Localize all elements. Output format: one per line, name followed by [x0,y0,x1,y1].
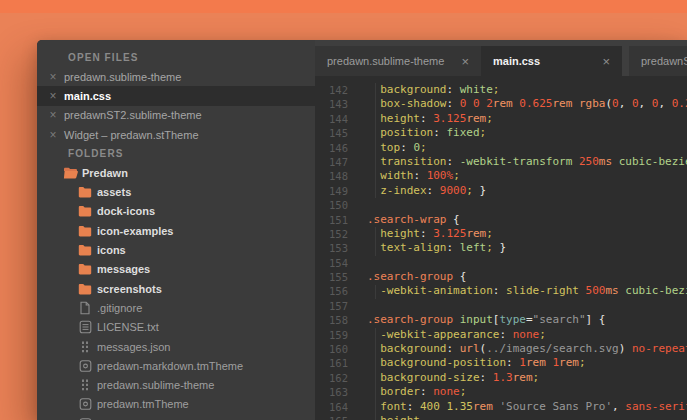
line-number: 165 [315,414,348,420]
tab-predawnST2.sublime-theme[interactable]: predawnST2.sublime-theme× [629,46,687,76]
line-number: 146 [315,141,348,155]
tree-item-label: LICENSE.txt [97,321,159,333]
code-line: 149 z-index: 9000; } [315,184,687,198]
tab-bar: predawn.sublime-theme×main.css×predawnST… [315,40,687,76]
code-line: 157 [315,299,687,313]
code-text: background-size: 1.3rem; [367,371,539,385]
open-file-label: main.css [64,90,111,102]
line-number: 158 [315,313,348,327]
code-text: z-index: 9000; } [367,184,486,198]
tree-item-label: predawn.tmTheme [97,398,189,410]
folder-tree: Predawnassetsdock-iconsicon-examplesicon… [37,163,315,420]
code-text: .search-group input[type="search"] { [367,313,605,327]
code-line: 152 height: 3.125rem; [315,227,687,241]
open-file-item[interactable]: ×main.css [37,86,315,105]
file-icon [77,300,93,316]
code-line: 161 background-position: 1rem 1rem; [315,356,687,370]
open-file-item[interactable]: ×Widget – predawn.stTheme [37,125,315,144]
tree-item-label: icons [97,244,126,256]
tab-main.css[interactable]: main.css× [481,46,622,76]
tab-label: predawnST2.sublime-theme [641,55,687,67]
indent-guide [375,227,376,256]
code-text: box-shadow: 0 0 2rem 0.625rem rgba(0, 0,… [367,97,687,111]
editor-pane: predawn.sublime-theme×main.css×predawnST… [315,40,687,420]
indent-guide [375,83,376,198]
folder-icon [77,223,93,239]
desktop-top-strip [0,0,687,13]
json-file-icon [77,339,93,355]
line-number: 149 [315,184,348,198]
code-text: background: white; [367,83,499,97]
code-line: 143 box-shadow: 0 0 2rem 0.625rem rgba(0… [315,97,687,111]
tree-item-predawn-markdown.tmTheme[interactable]: predawn-markdown.tmTheme [37,356,315,375]
sublime-window: OPEN FILES ×predawn.sublime-theme×main.c… [37,40,687,420]
plist-file-icon [77,416,93,420]
code-line: 153 text-align: left; } [315,241,687,255]
code-text: width: 100%; [367,169,460,183]
tree-item-label: dock-icons [97,205,155,217]
tree-item-assets[interactable]: assets [37,182,315,201]
tree-item-label: icon-examples [97,225,173,237]
tree-item[interactable] [37,414,315,420]
tree-item-icons[interactable]: icons [37,240,315,259]
code-line: 155.search-group { [315,270,687,284]
code-text: text-align: left; } [367,241,506,255]
code-line: 148 width: 100%; [315,169,687,183]
json-file-icon [77,377,93,393]
line-number: 143 [315,97,348,111]
tree-item-predawn.tmTheme[interactable]: predawn.tmTheme [37,395,315,414]
line-number: 147 [315,155,348,169]
line-number: 156 [315,284,348,298]
tree-item-messages[interactable]: messages [37,260,315,279]
line-number: 151 [315,213,348,227]
tab-predawn.sublime-theme[interactable]: predawn.sublime-theme× [315,46,481,76]
tree-item-label: messages.json [97,341,170,353]
code-line: 156 -webkit-animation: slide-right 500ms… [315,284,687,298]
sidebar: OPEN FILES ×predawn.sublime-theme×main.c… [37,40,315,420]
close-icon[interactable]: × [47,128,59,142]
code-editor[interactable]: 142 background: white;143 box-shadow: 0 … [315,76,687,420]
open-file-item[interactable]: ×predawn.sublime-theme [37,67,315,86]
open-file-item[interactable]: ×predawnST2.sublime-theme [37,106,315,125]
close-icon[interactable]: × [47,70,59,84]
code-line: 144 height: 3.125rem; [315,112,687,126]
tab-label: main.css [493,55,540,67]
tree-item-Predawn[interactable]: Predawn [37,163,315,182]
line-number: 163 [315,385,348,399]
line-number: 157 [315,299,348,313]
tree-item-label: predawn.sublime-theme [97,379,214,391]
code-text: border: none; [367,385,466,399]
tree-item-icon-examples[interactable]: icon-examples [37,221,315,240]
folder-icon [77,184,93,200]
tree-item-messages.json[interactable]: messages.json [37,337,315,356]
line-number: 153 [315,241,348,255]
close-icon[interactable]: × [47,108,59,122]
tree-item-LICENSE.txt[interactable]: LICENSE.txt [37,318,315,337]
code-text: background: url(../images/search.svg) no… [367,342,687,356]
folder-icon [77,261,93,277]
tree-item-predawn.sublime-theme[interactable]: predawn.sublime-theme [37,375,315,394]
folder-icon [77,242,93,258]
line-number: 164 [315,400,348,414]
code-line: 158.search-group input[type="search"] { [315,313,687,327]
line-number: 145 [315,126,348,140]
indent-guide [375,285,376,299]
indent-guide [375,328,376,420]
tree-item-screenshots[interactable]: screenshots [37,279,315,298]
code-line: 164 font: 400 1.35rem 'Source Sans Pro',… [315,400,687,414]
tree-item-label: predawn-markdown.tmTheme [97,360,243,372]
tree-item-label: .gitignore [97,302,142,314]
close-icon[interactable]: × [602,54,610,69]
line-number: 159 [315,328,348,342]
tree-item-dock-icons[interactable]: dock-icons [37,202,315,221]
close-icon[interactable]: × [47,89,59,103]
tree-item-.gitignore[interactable]: .gitignore [37,298,315,317]
line-number: 150 [315,198,348,212]
tree-item-label: Predawn [82,167,128,179]
code-line: 147 transition: -webkit-transform 250ms … [315,155,687,169]
line-number: 154 [315,256,348,270]
code-text: background-position: 1rem 1rem; [367,356,586,370]
line-number: 144 [315,112,348,126]
code-line: 160 background: url(../images/search.svg… [315,342,687,356]
close-icon[interactable]: × [461,54,469,69]
